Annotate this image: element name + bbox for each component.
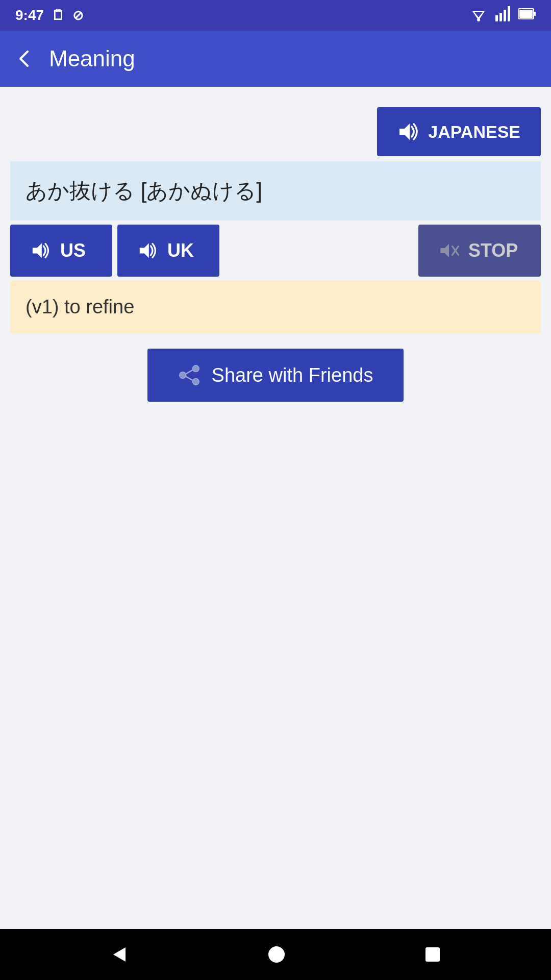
japanese-audio-button[interactable]: JAPANESE [377, 107, 541, 156]
back-button[interactable] [15, 50, 34, 68]
status-bar-left: 9:47 🗒 ⊘ [15, 7, 84, 23]
svg-rect-6 [508, 6, 510, 21]
svg-point-22 [268, 946, 285, 963]
svg-point-16 [192, 365, 199, 372]
us-btn-label: US [60, 240, 86, 261]
svg-point-2 [477, 18, 480, 21]
japanese-btn-label: JAPANESE [428, 122, 520, 142]
word-display: あか抜ける [あかぬける] [10, 161, 541, 220]
page-title: Meaning [49, 46, 135, 71]
uk-pronunciation-button[interactable]: UK [117, 225, 219, 277]
svg-point-18 [179, 372, 186, 379]
svg-rect-9 [519, 10, 533, 18]
svg-line-19 [186, 370, 192, 374]
nav-recent-button[interactable] [424, 946, 441, 963]
status-bar: 9:47 🗒 ⊘ [0, 0, 551, 31]
status-bar-right [469, 6, 536, 25]
us-pronunciation-button[interactable]: US [10, 225, 112, 277]
battery-icon [518, 7, 536, 23]
time-display: 9:47 [15, 7, 44, 23]
wifi-icon [469, 6, 488, 25]
sim-card-icon: 🗒 [52, 8, 65, 23]
svg-marker-10 [399, 124, 410, 140]
svg-rect-8 [534, 12, 536, 16]
svg-marker-11 [33, 243, 42, 258]
definition-display: (v1) to refine [10, 281, 541, 333]
nav-home-button[interactable] [267, 945, 286, 964]
signal-icon [495, 6, 511, 25]
svg-rect-3 [495, 15, 498, 21]
definition-text: (v1) to refine [26, 296, 134, 317]
svg-line-20 [186, 377, 192, 380]
svg-marker-21 [113, 947, 126, 962]
svg-marker-13 [440, 244, 449, 258]
svg-rect-23 [425, 947, 440, 962]
svg-rect-5 [504, 10, 506, 21]
pronunciation-row: US UK STOP [10, 225, 541, 277]
nav-bar [0, 929, 551, 980]
share-btn-label: Share with Friends [212, 364, 373, 386]
share-with-friends-button[interactable]: Share with Friends [147, 349, 404, 402]
content-area: JAPANESE あか抜ける [あかぬける] US UK [0, 87, 551, 929]
no-entry-icon: ⊘ [72, 8, 84, 23]
svg-marker-12 [140, 243, 149, 258]
app-bar: Meaning [0, 31, 551, 87]
stop-btn-label: STOP [468, 240, 518, 261]
share-btn-row: Share with Friends [10, 349, 541, 402]
japanese-word: あか抜ける [あかぬける] [26, 179, 262, 203]
svg-rect-4 [499, 13, 502, 21]
nav-back-button[interactable] [110, 945, 129, 964]
uk-btn-label: UK [167, 240, 194, 261]
svg-point-17 [192, 378, 199, 385]
stop-button[interactable]: STOP [418, 225, 541, 277]
japanese-btn-row: JAPANESE [10, 97, 541, 156]
